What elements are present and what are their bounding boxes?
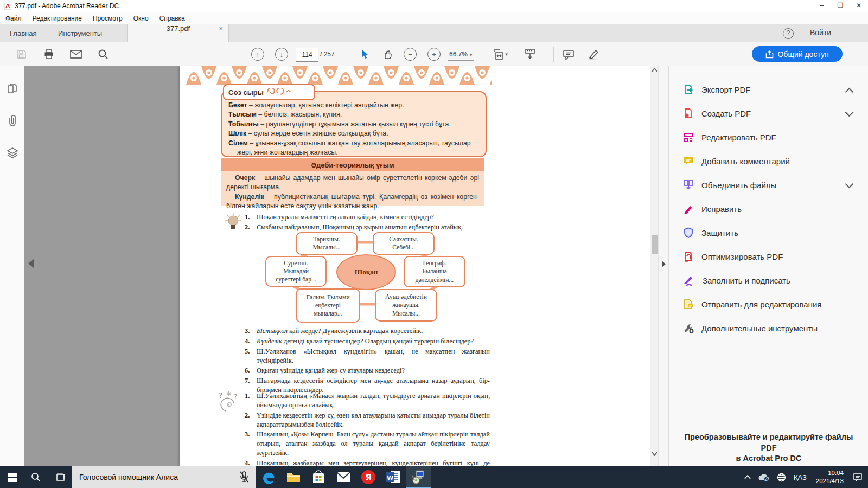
attachments-icon[interactable] — [7, 114, 18, 128]
menu-view[interactable]: Просмотр — [87, 12, 128, 24]
yandex-browser-icon[interactable]: Я — [356, 466, 381, 488]
share-icon — [765, 50, 774, 59]
panel-item-create-pdf[interactable]: Создать PDF — [669, 102, 868, 125]
maximize-button[interactable]: ❐ — [831, 0, 850, 12]
share-button[interactable]: Общий доступ — [752, 46, 843, 62]
panel-item-fill-sign[interactable]: Заполнить и подписать — [669, 269, 868, 292]
menu-edit[interactable]: Редактирование — [27, 12, 87, 24]
menu-file[interactable]: Файл — [0, 12, 27, 24]
question-block-3: 1.Ш.Уәлихановтың «Манас» жырын талдап, т… — [245, 391, 490, 466]
left-sidebar — [0, 66, 24, 466]
scroll-up-icon[interactable] — [652, 68, 657, 72]
tray-clock[interactable]: 10:04 2021/4/13 — [816, 469, 844, 485]
combine-files-icon — [683, 179, 694, 190]
hand-tool-icon[interactable] — [380, 47, 395, 62]
theory-box-title: Әдеби-теориялық ұғым — [221, 158, 484, 171]
panel-item-export-pdf[interactable]: Экспорт PDF — [669, 78, 868, 101]
scroll-down-icon[interactable] — [652, 452, 657, 456]
vocabulary-box: Бекет – жолаушылар, қатынас көліктері ая… — [221, 91, 487, 157]
panel-item-protect[interactable]: Защитить — [669, 221, 868, 244]
mail-icon[interactable] — [331, 466, 356, 488]
file-explorer-icon[interactable] — [281, 466, 306, 488]
menu-window[interactable]: Окно — [128, 12, 154, 24]
microsoft-store-icon[interactable] — [306, 466, 331, 488]
tray-chevron-up-icon[interactable] — [744, 475, 751, 479]
print-icon[interactable] — [41, 47, 56, 62]
edge-icon[interactable] — [256, 466, 281, 488]
page-scrolling-icon[interactable] — [522, 47, 538, 62]
alisa-search-box[interactable]: Голосовой помощник Алиса — [72, 466, 256, 488]
document-scrollbar[interactable] — [650, 66, 659, 466]
select-tool-icon[interactable] — [357, 47, 372, 62]
vocab-box-title: Сөз сыры — [223, 84, 315, 100]
taskbar-search-icon[interactable] — [24, 466, 48, 488]
optimize-pdf-icon — [683, 251, 694, 262]
language-indicator[interactable]: ҚАЗ — [794, 473, 807, 481]
windows-taskbar: Голосовой помощник Алиса Я W ҚАЗ 10:04 2… — [0, 466, 868, 488]
create-pdf-icon — [683, 108, 694, 119]
search-icon[interactable] — [95, 47, 111, 62]
panel-item-fix[interactable]: Исправить — [669, 197, 868, 220]
panel-collapse-strip[interactable] — [658, 66, 669, 466]
edit-pdf-icon — [683, 132, 694, 143]
tab-bar: Главная Инструменты 377.pdf × ? Войти — [0, 24, 868, 43]
diagram-box-scientist: Ғалым. Ғылыми еңбектері мыналар... — [296, 288, 360, 323]
email-icon[interactable] — [68, 47, 84, 62]
svg-text:?: ? — [234, 393, 237, 401]
tools-panel: Экспорт PDF Создать PDF Редактировать PD… — [668, 66, 868, 466]
panel-item-edit-pdf[interactable]: Редактировать PDF — [669, 126, 868, 149]
panel-item-combine-files[interactable]: Объединить файлы — [669, 174, 868, 196]
theory-para: Күнделік – публицистикалық шығарма түрі.… — [226, 192, 479, 210]
help-icon[interactable]: ? — [783, 28, 794, 39]
vocab-entry: Сілем – ұзыннан-ұзақ созылып жатқан тау … — [228, 139, 479, 158]
page-thumbnails-icon[interactable] — [7, 82, 18, 95]
network-globe-icon[interactable] — [777, 473, 786, 482]
save-icon[interactable] — [14, 47, 29, 62]
task-view-icon[interactable] — [48, 466, 72, 488]
zoom-level-select[interactable]: 66.7% ▾ — [448, 50, 474, 61]
sign-in-link[interactable]: Войти — [810, 28, 831, 37]
protect-shield-icon — [683, 227, 694, 238]
comment-icon[interactable] — [561, 47, 576, 62]
minimize-button[interactable]: – — [813, 0, 831, 12]
more-tools-icon — [683, 323, 694, 333]
panel-item-optimize-pdf[interactable]: Оптимизировать PDF — [669, 245, 868, 268]
diagram-box-artist: Суретші. Мынадай суреттері бар... — [265, 256, 327, 287]
tab-document[interactable]: 377.pdf × — [127, 24, 229, 43]
page-number-input[interactable] — [296, 48, 318, 62]
start-button[interactable] — [0, 466, 24, 488]
zoom-in-icon[interactable]: + — [426, 47, 442, 62]
onedrive-cloud-icon[interactable] — [758, 473, 769, 481]
fit-width-icon[interactable]: ▾ — [493, 47, 508, 62]
action-center-icon[interactable] — [853, 473, 863, 482]
panel-item-send-for-edit[interactable]: Отправить для редактирования — [669, 293, 868, 316]
close-button[interactable]: ✕ — [850, 0, 868, 12]
svg-text:?: ? — [219, 391, 222, 400]
installer-app-icon[interactable] — [406, 466, 431, 488]
zoom-out-icon[interactable]: − — [403, 47, 418, 62]
highlight-pen-icon[interactable] — [586, 47, 601, 62]
tab-tools[interactable]: Инструменты — [48, 24, 112, 42]
panel-item-more-tools[interactable]: Дополнительные инструменты — [669, 317, 868, 339]
pdf-page: Бекет – жолаушылар, қатынас көліктері ая… — [180, 66, 650, 466]
layers-icon[interactable] — [6, 146, 19, 159]
next-page-icon[interactable]: ↓ — [274, 47, 289, 62]
send-for-edit-icon — [683, 299, 694, 310]
microphone-muted-icon[interactable] — [239, 471, 250, 484]
scrollbar-thumb[interactable] — [652, 235, 658, 254]
tab-close-icon[interactable]: × — [219, 24, 223, 33]
menu-help[interactable]: Справка — [154, 12, 190, 24]
previous-page-icon[interactable]: ↑ — [250, 47, 265, 62]
diagram: Тарихшы. Мысалы... Саяхатшы. Себебі... С… — [261, 229, 467, 324]
lightbulb-icon — [224, 211, 242, 233]
word-icon[interactable]: W — [381, 466, 406, 488]
vocab-entry: Тылсым – белгісіз, жасырын, құпия. — [228, 110, 479, 119]
panel-item-add-comment[interactable]: Добавить комментарий — [669, 150, 868, 172]
page-total: / 257 — [320, 50, 335, 58]
main-toolbar: ↑ ↓ / 257 − + 66.7% ▾ ▾ Общий доступ — [0, 42, 868, 67]
panel-collapse-arrow-icon[interactable] — [661, 260, 666, 268]
diagram-box-folklorist: Ауыз әдебиетін жинаушы. Мысалы... — [375, 289, 437, 322]
page-left-arrow-icon[interactable] — [27, 259, 35, 268]
svg-text:✱: ✱ — [226, 390, 231, 397]
tab-home[interactable]: Главная — [0, 24, 46, 42]
